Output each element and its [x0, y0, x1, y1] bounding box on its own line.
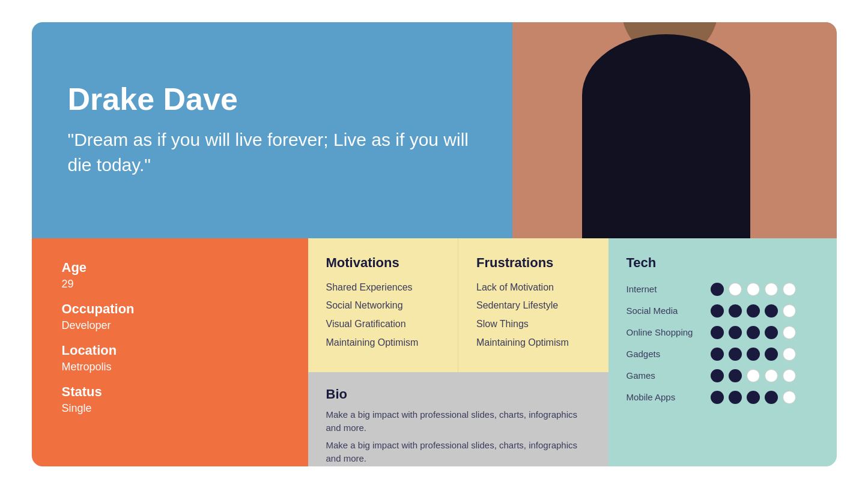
motivations-heading: Motivations [326, 255, 440, 271]
bio-heading: Bio [326, 387, 590, 402]
dot [765, 348, 778, 361]
occupation-label: Occupation [62, 301, 278, 317]
dot [783, 283, 796, 296]
motivation-item-3: Maintaining Optimism [326, 337, 440, 349]
dot [711, 369, 724, 382]
frustrations-column: Frustrations Lack of Motivation Sedentar… [458, 238, 609, 372]
motivation-item-1: Social Networking [326, 300, 440, 312]
top-section: Drake Dave "Dream as if you will live fo… [32, 22, 837, 238]
frustration-item-3: Maintaining Optimism [476, 337, 590, 349]
location-value: Metropolis [62, 361, 278, 373]
dot [765, 283, 778, 296]
tech-label-social-media: Social Media [627, 306, 711, 316]
bio-text-1: Make a big impact with professional slid… [326, 408, 590, 435]
bio-text-2: Make a big impact with professional slid… [326, 439, 590, 466]
header-left: Drake Dave "Dream as if you will live fo… [32, 22, 512, 238]
tech-row-mobile-apps: Mobile Apps [627, 391, 819, 404]
dot [747, 283, 760, 296]
dot [765, 304, 778, 318]
dot [729, 326, 742, 339]
bottom-section: Age 29 Occupation Developer Location Met… [32, 238, 837, 466]
tech-panel: Tech Internet Social Media [609, 238, 837, 466]
dot [765, 391, 778, 404]
dot [711, 283, 724, 296]
dot [747, 348, 760, 361]
status-value: Single [62, 402, 278, 415]
tech-row-social-media: Social Media [627, 304, 819, 318]
motivation-item-0: Shared Experiences [326, 282, 440, 294]
motiv-frustrations-row: Motivations Shared Experiences Social Ne… [308, 238, 609, 372]
dot [765, 369, 778, 382]
persona-photo [512, 22, 837, 238]
tech-heading: Tech [627, 255, 819, 271]
persona-card: Drake Dave "Dream as if you will live fo… [32, 22, 837, 466]
dot [783, 326, 796, 339]
dot [729, 304, 742, 318]
photo-figure [512, 22, 837, 238]
yellow-panel: Motivations Shared Experiences Social Ne… [308, 238, 609, 466]
dot [729, 348, 742, 361]
persona-quote: "Dream as if you will live forever; Live… [68, 127, 476, 178]
dot [711, 348, 724, 361]
tech-label-internet: Internet [627, 284, 711, 294]
dot [783, 348, 796, 361]
dot [747, 391, 760, 404]
occupation-value: Developer [62, 319, 278, 332]
frustrations-heading: Frustrations [476, 255, 590, 271]
dot [765, 326, 778, 339]
dot [711, 326, 724, 339]
dot [783, 391, 796, 404]
tech-label-games: Games [627, 370, 711, 381]
tech-row-internet: Internet [627, 283, 819, 296]
frustration-item-2: Slow Things [476, 318, 590, 331]
tech-row-games: Games [627, 369, 819, 382]
tech-label-gadgets: Gadgets [627, 349, 711, 359]
tech-label-online-shopping: Online Shopping [627, 327, 711, 337]
dot [729, 391, 742, 404]
body [582, 34, 750, 238]
dot [783, 304, 796, 318]
age-value: 29 [62, 278, 278, 291]
tech-dots-gadgets [711, 348, 796, 361]
age-label: Age [62, 260, 278, 276]
bio-section: Bio Make a big impact with professional … [308, 372, 609, 466]
persona-name: Drake Dave [68, 82, 476, 116]
tech-dots-games [711, 369, 796, 382]
tech-label-mobile-apps: Mobile Apps [627, 392, 711, 402]
frustration-item-0: Lack of Motivation [476, 282, 590, 294]
dot [747, 369, 760, 382]
tech-dots-internet [711, 283, 796, 296]
dot [711, 391, 724, 404]
dot [783, 369, 796, 382]
frustration-item-1: Sedentary Lifestyle [476, 300, 590, 312]
motivations-column: Motivations Shared Experiences Social Ne… [308, 238, 459, 372]
tech-dots-mobile-apps [711, 391, 796, 404]
tech-dots-social-media [711, 304, 796, 318]
tech-dots-online-shopping [711, 326, 796, 339]
dot [729, 369, 742, 382]
dot [747, 304, 760, 318]
personal-panel: Age 29 Occupation Developer Location Met… [32, 238, 308, 466]
dot [729, 283, 742, 296]
tech-row-gadgets: Gadgets [627, 348, 819, 361]
motivation-item-2: Visual Gratification [326, 318, 440, 331]
dot [711, 304, 724, 318]
status-label: Status [62, 384, 278, 400]
location-label: Location [62, 343, 278, 358]
tech-row-online-shopping: Online Shopping [627, 326, 819, 339]
dot [747, 326, 760, 339]
